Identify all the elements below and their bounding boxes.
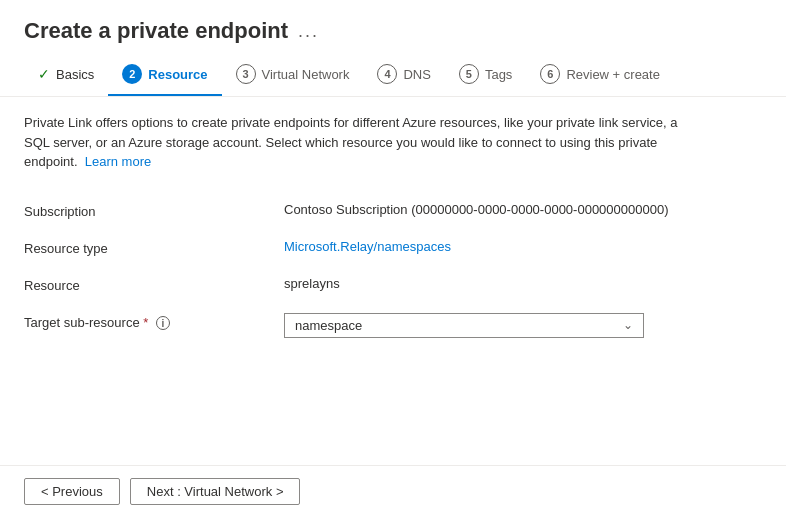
wizard-tabs: ✓ Basics 2 Resource 3 Virtual Network 4 … <box>0 54 786 97</box>
required-indicator: * <box>143 315 148 330</box>
target-sub-resource-row: Target sub-resource * i namespace ⌄ <box>24 303 762 348</box>
resource-label: Resource <box>24 276 284 293</box>
tab-resource-circle: 2 <box>122 64 142 84</box>
tab-tags-circle: 5 <box>459 64 479 84</box>
description-text: Private Link offers options to create pr… <box>24 113 704 172</box>
page-title: Create a private endpoint <box>24 18 288 44</box>
page-container: Create a private endpoint ... ✓ Basics 2… <box>0 0 786 517</box>
tab-virtual-network[interactable]: 3 Virtual Network <box>222 54 364 96</box>
resource-type-label: Resource type <box>24 239 284 256</box>
tab-dns-circle: 4 <box>377 64 397 84</box>
tab-basics-label: Basics <box>56 67 94 82</box>
resource-type-value[interactable]: Microsoft.Relay/namespaces <box>284 239 762 254</box>
check-icon-basics: ✓ <box>38 66 50 82</box>
resource-type-row: Resource type Microsoft.Relay/namespaces <box>24 229 762 266</box>
tab-resource[interactable]: 2 Resource <box>108 54 221 96</box>
info-icon-target[interactable]: i <box>156 316 170 330</box>
subscription-row: Subscription Contoso Subscription (00000… <box>24 192 762 229</box>
next-button[interactable]: Next : Virtual Network > <box>130 478 301 505</box>
tab-review-create[interactable]: 6 Review + create <box>526 54 674 96</box>
tab-review-label: Review + create <box>566 67 660 82</box>
target-sub-resource-dropdown[interactable]: namespace ⌄ <box>284 313 644 338</box>
resource-row: Resource sprelayns <box>24 266 762 303</box>
chevron-down-icon: ⌄ <box>623 318 633 332</box>
target-sub-resource-value: namespace ⌄ <box>284 313 762 338</box>
tab-tags[interactable]: 5 Tags <box>445 54 526 96</box>
footer: < Previous Next : Virtual Network > <box>0 465 786 517</box>
content-area: Private Link offers options to create pr… <box>0 97 786 465</box>
dropdown-selected-text: namespace <box>295 318 362 333</box>
tab-tags-label: Tags <box>485 67 512 82</box>
subscription-label: Subscription <box>24 202 284 219</box>
tab-review-circle: 6 <box>540 64 560 84</box>
target-sub-resource-label: Target sub-resource * i <box>24 313 284 331</box>
previous-button[interactable]: < Previous <box>24 478 120 505</box>
tab-basics[interactable]: ✓ Basics <box>24 56 108 94</box>
tab-dns-label: DNS <box>403 67 430 82</box>
tab-dns[interactable]: 4 DNS <box>363 54 444 96</box>
tab-resource-label: Resource <box>148 67 207 82</box>
subscription-value: Contoso Subscription (00000000-0000-0000… <box>284 202 762 217</box>
resource-value: sprelayns <box>284 276 762 291</box>
tab-vnet-label: Virtual Network <box>262 67 350 82</box>
more-options-icon[interactable]: ... <box>298 21 319 42</box>
resource-form: Subscription Contoso Subscription (00000… <box>24 192 762 348</box>
header: Create a private endpoint ... <box>0 0 786 54</box>
tab-vnet-circle: 3 <box>236 64 256 84</box>
learn-more-link[interactable]: Learn more <box>85 154 151 169</box>
